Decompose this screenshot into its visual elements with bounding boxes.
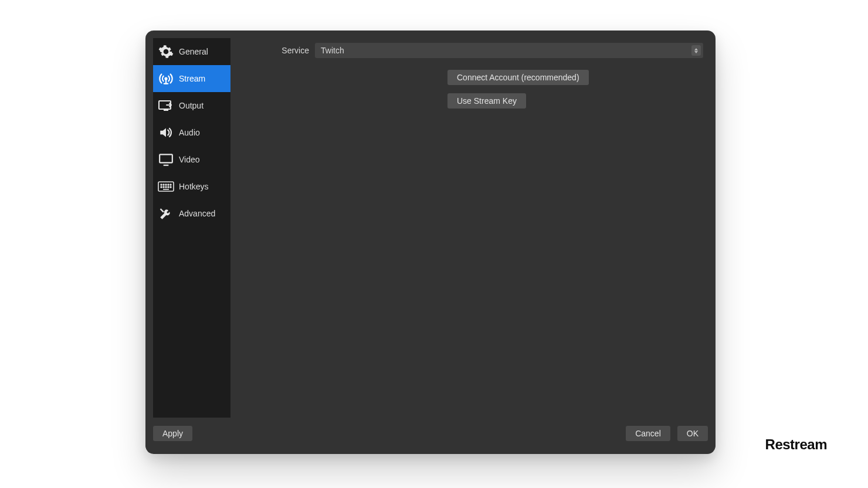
svg-point-7 [168,184,169,185]
svg-rect-14 [163,189,169,190]
sidebar-item-general[interactable]: General [153,38,230,65]
restream-logo: Restream [765,436,827,453]
sidebar-item-label: Stream [179,74,205,83]
settings-sidebar: General Stream [153,38,230,418]
sidebar-item-label: General [179,47,208,56]
sidebar-item-label: Audio [179,128,200,137]
svg-point-9 [161,187,162,188]
sidebar-item-label: Hotkeys [179,182,209,191]
settings-main: Service Twitch Connect Account (recommen… [230,38,708,418]
settings-window: General Stream [145,30,716,454]
sidebar-item-audio[interactable]: Audio [153,119,230,146]
cancel-button[interactable]: Cancel [626,426,670,441]
service-row: Service Twitch [239,43,703,58]
svg-point-6 [165,184,167,185]
tools-icon [158,205,174,222]
sidebar-item-label: Video [179,155,200,164]
service-label: Service [239,46,309,55]
chevron-updown-icon [691,45,701,56]
connect-account-button[interactable]: Connect Account (recommended) [447,70,589,85]
sidebar-item-label: Advanced [179,209,215,218]
keyboard-icon [158,178,174,195]
monitor-icon [158,151,174,168]
sidebar-item-hotkeys[interactable]: Hotkeys [153,173,230,200]
ok-button[interactable]: OK [677,426,708,441]
svg-point-5 [163,184,164,185]
svg-point-13 [170,187,171,188]
settings-footer: Apply Cancel OK [145,418,716,454]
antenna-icon [158,70,174,87]
sidebar-item-label: Output [179,101,204,110]
svg-point-8 [170,184,171,185]
output-icon [158,97,174,114]
speaker-icon [158,124,174,141]
sidebar-item-advanced[interactable]: Advanced [153,200,230,227]
gear-icon [158,43,174,60]
service-value: Twitch [321,46,344,55]
svg-point-11 [165,187,167,188]
apply-button[interactable]: Apply [153,426,192,441]
sidebar-item-stream[interactable]: Stream [153,65,230,92]
service-select[interactable]: Twitch [315,43,703,58]
sidebar-item-video[interactable]: Video [153,146,230,173]
svg-point-4 [161,184,162,185]
svg-point-10 [163,187,164,188]
use-stream-key-button[interactable]: Use Stream Key [447,93,526,109]
svg-rect-2 [160,154,172,162]
svg-point-12 [168,187,169,188]
sidebar-item-output[interactable]: Output [153,92,230,119]
